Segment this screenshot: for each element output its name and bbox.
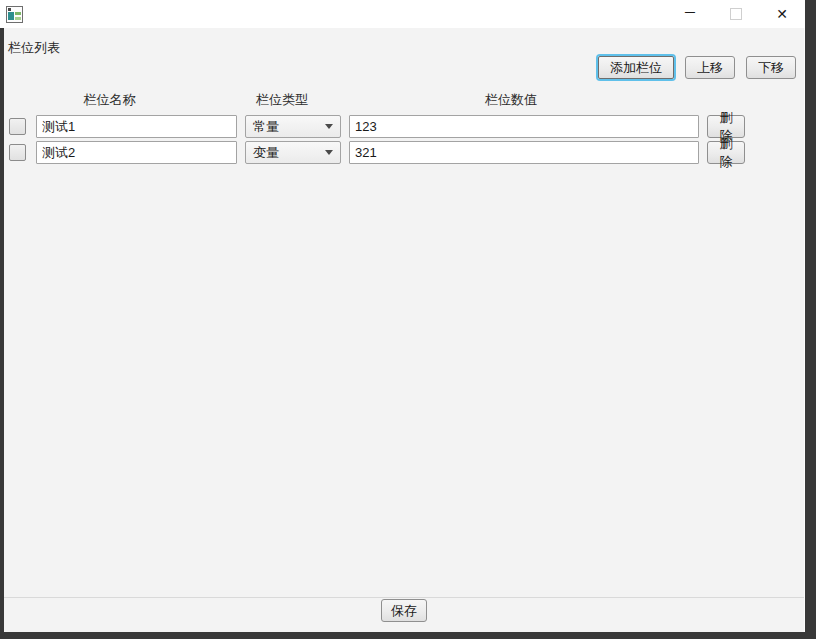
table-row: 常量 删除 — [4, 115, 804, 138]
row-checkbox[interactable] — [9, 118, 26, 135]
window-content: 栏位列表 添加栏位 上移 下移 栏位名称 栏位类型 栏位数值 常量 删除 变量 … — [4, 28, 805, 632]
maximize-icon — [730, 8, 742, 20]
header-field-name: 栏位名称 — [9, 91, 210, 109]
field-value-input[interactable] — [349, 115, 699, 138]
maximize-button[interactable] — [713, 0, 759, 28]
field-value-input[interactable] — [349, 141, 699, 164]
minimize-button[interactable]: ─ — [667, 0, 713, 28]
table-header-row: 栏位名称 栏位类型 栏位数值 — [4, 91, 804, 109]
footer-divider — [4, 597, 804, 598]
delete-row-button[interactable]: 删除 — [707, 141, 745, 164]
close-button[interactable]: ✕ — [759, 0, 805, 28]
toolbar: 添加栏位 上移 下移 — [598, 56, 796, 79]
row-checkbox[interactable] — [9, 144, 26, 161]
move-up-button[interactable]: 上移 — [685, 56, 735, 79]
move-down-button[interactable]: 下移 — [746, 56, 796, 79]
add-field-button[interactable]: 添加栏位 — [598, 56, 674, 79]
minimize-icon: ─ — [685, 5, 695, 19]
chevron-down-icon — [325, 124, 333, 129]
close-icon: ✕ — [776, 7, 788, 21]
header-field-type: 栏位类型 — [234, 91, 330, 109]
chevron-down-icon — [325, 150, 333, 155]
save-button[interactable]: 保存 — [381, 599, 427, 622]
field-type-selected: 变量 — [253, 144, 279, 162]
titlebar: ─ ✕ — [0, 0, 805, 28]
page-title: 栏位列表 — [8, 39, 60, 57]
field-type-dropdown[interactable]: 常量 — [245, 115, 341, 138]
field-type-dropdown[interactable]: 变量 — [245, 141, 341, 164]
header-field-value: 栏位数值 — [336, 91, 686, 109]
app-icon — [6, 6, 23, 23]
field-name-input[interactable] — [36, 115, 237, 138]
field-type-selected: 常量 — [253, 118, 279, 136]
table-row: 变量 删除 — [4, 141, 804, 164]
field-name-input[interactable] — [36, 141, 237, 164]
